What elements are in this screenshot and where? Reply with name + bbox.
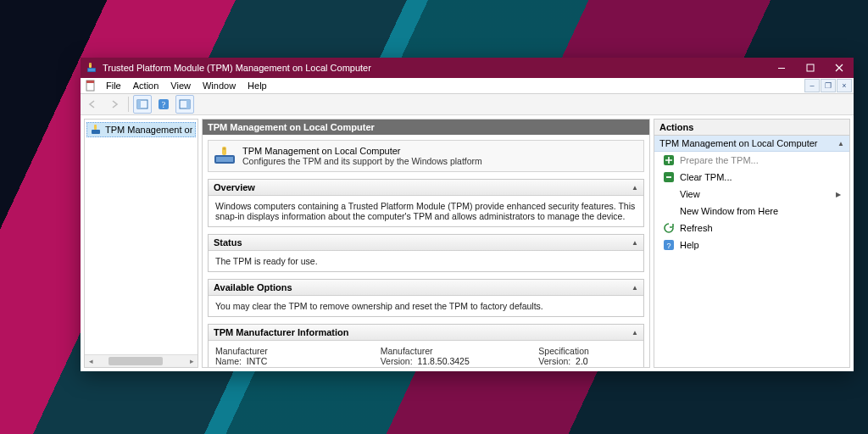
intro-title: TPM Management on Local Computer (242, 146, 482, 156)
actions-group-label: TPM Management on Local Computer (659, 138, 817, 148)
svg-rect-13 (186, 100, 190, 108)
show-hide-actions-button[interactable] (175, 95, 194, 114)
manufacturer-header[interactable]: TPM Manufacturer Information ▲ (209, 325, 643, 341)
actions-pane: Actions TPM Management on Local Computer… (654, 119, 850, 368)
menu-view[interactable]: View (164, 80, 197, 92)
show-hide-tree-button[interactable] (133, 95, 152, 114)
action-new-window-label: New Window from Here (680, 206, 778, 216)
mmc-body: TPM Management on Local Comp ◂ ▸ TPM Man… (81, 115, 854, 371)
mdi-restore-button[interactable]: ❐ (821, 79, 836, 92)
toolbar-separator (128, 97, 129, 112)
toolbar: ? (81, 94, 854, 115)
intro-text: TPM Management on Local Computer Configu… (242, 146, 482, 166)
submenu-arrow-icon: ▶ (836, 191, 841, 198)
status-section: Status ▲ The TPM is ready for use. (208, 234, 644, 272)
mfr-name-value: INTC (247, 356, 268, 366)
forward-button[interactable] (105, 95, 124, 114)
center-pane: TPM Management on Local Computer TPM Man… (202, 119, 650, 368)
svg-rect-9 (137, 100, 141, 108)
blank-icon (663, 188, 675, 200)
tpm-intro-icon (214, 146, 236, 164)
svg-rect-14 (92, 130, 100, 134)
scroll-right-arrow[interactable]: ▸ (186, 357, 198, 365)
titlebar[interactable]: Trusted Platform Module (TPM) Management… (81, 58, 854, 78)
action-clear-tpm[interactable]: Clear TPM... (654, 169, 849, 186)
svg-point-19 (223, 147, 225, 150)
scroll-left-arrow[interactable]: ◂ (85, 357, 97, 365)
action-help-label: Help (680, 240, 699, 250)
menu-file[interactable]: File (100, 80, 127, 92)
actions-header: Actions (654, 120, 849, 136)
spec-version-value: 2.0 (576, 356, 588, 366)
svg-rect-15 (94, 125, 97, 130)
refresh-icon (663, 222, 675, 234)
window-title: Trusted Platform Module (TPM) Management… (103, 63, 767, 73)
overview-section: Overview ▲ Windows computers containing … (208, 179, 644, 227)
overview-header[interactable]: Overview ▲ (209, 180, 643, 196)
collapse-icon: ▲ (632, 284, 638, 292)
menubar: File Action View Window Help – ❐ × (81, 78, 854, 94)
action-view[interactable]: View ▶ (654, 186, 849, 203)
scroll-thumb[interactable] (108, 357, 163, 365)
minimize-button[interactable] (767, 58, 796, 78)
status-header[interactable]: Status ▲ (209, 235, 643, 251)
tree-pane: TPM Management on Local Comp ◂ ▸ (84, 119, 198, 368)
mdi-child-buttons: – ❐ × (804, 79, 852, 92)
action-view-label: View (680, 189, 700, 199)
menu-action[interactable]: Action (127, 80, 165, 92)
actions-group-title[interactable]: TPM Management on Local Computer ▲ (654, 136, 849, 152)
options-header[interactable]: Available Options ▲ (209, 280, 643, 296)
status-title: Status (214, 237, 242, 248)
tree-root-item[interactable]: TPM Management on Local Comp (86, 122, 196, 137)
mdi-close-button[interactable]: × (837, 79, 852, 92)
center-content: TPM Management on Local Computer Configu… (203, 135, 649, 367)
intro-panel: TPM Management on Local Computer Configu… (208, 140, 644, 172)
back-button[interactable] (84, 95, 103, 114)
status-body: The TPM is ready for use. (209, 251, 643, 271)
overview-title: Overview (214, 182, 255, 192)
blank-icon (663, 205, 675, 217)
svg-rect-5 (807, 64, 814, 71)
action-refresh[interactable]: Refresh (654, 220, 849, 236)
help-button[interactable]: ? (154, 95, 173, 114)
tree-root-label: TPM Management on Local Comp (105, 125, 192, 135)
action-prepare-label: Prepare the TPM... (680, 155, 759, 165)
action-clear-label: Clear TPM... (680, 172, 732, 182)
options-section: Available Options ▲ You may clear the TP… (208, 279, 644, 317)
svg-rect-7 (86, 81, 94, 83)
svg-rect-3 (88, 69, 95, 71)
console-doc-icon (85, 80, 97, 92)
mfr-version-value: 11.8.50.3425 (417, 356, 469, 366)
help-icon: ? (663, 239, 675, 251)
svg-rect-17 (216, 157, 233, 162)
overview-body: Windows computers containing a Trusted P… (209, 196, 643, 226)
maximize-button[interactable] (796, 58, 825, 78)
collapse-icon: ▲ (632, 239, 638, 247)
tree: TPM Management on Local Comp (85, 120, 198, 354)
center-pane-header: TPM Management on Local Computer (203, 120, 649, 135)
manufacturer-body: Manufacturer Name: INTC Manufacturer Ver… (209, 341, 643, 367)
close-button[interactable] (825, 58, 854, 78)
menu-help[interactable]: Help (242, 80, 273, 92)
manufacturer-section: TPM Manufacturer Information ▲ Manufactu… (208, 324, 644, 367)
clear-icon (663, 171, 675, 183)
tree-horizontal-scrollbar[interactable]: ◂ ▸ (85, 354, 198, 367)
options-body: You may clear the TPM to remove ownershi… (209, 296, 643, 316)
menu-window[interactable]: Window (197, 80, 242, 92)
mdi-minimize-button[interactable]: – (804, 79, 820, 92)
actions-body: TPM Management on Local Computer ▲ Prepa… (654, 136, 849, 367)
svg-text:?: ? (162, 100, 166, 109)
action-prepare-tpm[interactable]: Prepare the TPM... (654, 152, 849, 169)
intro-subtitle: Configures the TPM and its support by th… (242, 156, 482, 166)
tpm-app-icon (86, 62, 97, 74)
collapse-icon: ▲ (837, 140, 844, 147)
collapse-icon: ▲ (632, 184, 638, 192)
svg-rect-4 (778, 68, 785, 69)
action-new-window[interactable]: New Window from Here (654, 203, 849, 220)
action-help[interactable]: ? Help (654, 236, 849, 253)
action-refresh-label: Refresh (680, 223, 713, 233)
svg-point-1 (90, 64, 92, 65)
svg-text:?: ? (666, 242, 670, 250)
manufacturer-title: TPM Manufacturer Information (214, 327, 349, 337)
prepare-icon (663, 154, 675, 166)
